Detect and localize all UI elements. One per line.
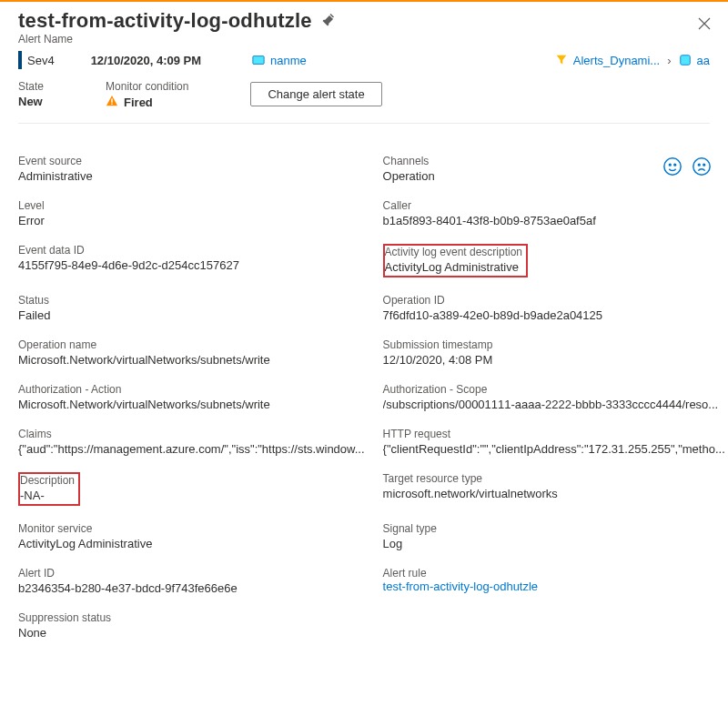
svg-point-10 bbox=[703, 164, 705, 166]
breadcrumb-resource[interactable]: aa bbox=[697, 54, 710, 67]
breadcrumb-rule[interactable]: Alerts_Dynami... bbox=[573, 54, 660, 67]
subscription-icon bbox=[252, 54, 265, 66]
field-http-request: HTTP request {"clientRequestId":"","clie… bbox=[383, 428, 728, 456]
state-row: State New Monitor condition Fired Change… bbox=[18, 80, 710, 123]
severity-badge: Sev4 bbox=[18, 51, 55, 69]
page-title: test-from-activity-log-odhutzle bbox=[18, 9, 312, 33]
monitor-condition-label: Monitor condition bbox=[106, 80, 188, 93]
svg-point-5 bbox=[664, 158, 681, 175]
field-signal-type: Signal type Log bbox=[383, 522, 728, 550]
filter-icon bbox=[555, 54, 568, 66]
field-submission-timestamp: Submission timestamp 12/10/2020, 4:08 PM bbox=[383, 338, 728, 367]
field-caller: Caller b1a5f893-8401-43f8-b0b9-8753ae0af… bbox=[383, 199, 728, 227]
divider bbox=[18, 123, 710, 124]
field-suppression-status: Suppression status None bbox=[18, 611, 383, 640]
feedback-row bbox=[662, 156, 712, 179]
state-value: New bbox=[18, 95, 44, 108]
field-operation-name: Operation name Microsoft.Network/virtual… bbox=[18, 338, 383, 367]
warning-icon bbox=[106, 95, 118, 110]
severity-label: Sev4 bbox=[27, 54, 55, 67]
header: test-from-activity-log-odhutzle Alert Na… bbox=[18, 2, 710, 45]
field-alert-id: Alert ID b2346354-b280-4e37-bdcd-9f743fe… bbox=[18, 567, 383, 595]
field-operation-id: Operation ID 7f6dfd10-a389-42e0-b89d-b9a… bbox=[383, 294, 728, 322]
field-status: Status Failed bbox=[18, 294, 383, 322]
pin-icon[interactable] bbox=[321, 13, 336, 30]
close-icon[interactable] bbox=[697, 16, 712, 31]
frown-icon[interactable] bbox=[692, 156, 712, 179]
alert-details-pane: test-from-activity-log-odhutzle Alert Na… bbox=[0, 0, 728, 716]
field-monitor-service: Monitor service ActivityLog Administrati… bbox=[18, 522, 383, 550]
field-activity-log-desc: Activity log event description ActivityL… bbox=[383, 244, 528, 277]
svg-rect-3 bbox=[111, 98, 112, 102]
page-subtitle: Alert Name bbox=[18, 33, 710, 45]
field-level: Level Error bbox=[18, 199, 383, 227]
smile-icon[interactable] bbox=[662, 156, 682, 179]
field-alert-rule: Alert rule test-from-activity-log-odhutz… bbox=[383, 567, 728, 595]
chevron-right-icon: › bbox=[667, 54, 671, 67]
svg-point-7 bbox=[674, 164, 676, 166]
svg-point-6 bbox=[669, 164, 671, 166]
breadcrumb-scope[interactable]: nanme bbox=[270, 54, 307, 67]
resource-icon bbox=[679, 54, 692, 66]
field-claims: Claims {"aud":"https://management.azure.… bbox=[18, 428, 383, 456]
field-description: Description -NA- bbox=[18, 472, 80, 506]
monitor-condition-value: Fired bbox=[124, 96, 153, 109]
field-auth-action: Authorization - Action Microsoft.Network… bbox=[18, 383, 383, 411]
field-event-data-id: Event data ID 4155f795-84e9-4d6e-9d2c-d2… bbox=[18, 244, 383, 277]
svg-rect-4 bbox=[111, 104, 112, 105]
field-target-resource-type: Target resource type microsoft.network/v… bbox=[383, 472, 728, 506]
details-grid: Event source Administrative Channels Ope… bbox=[18, 155, 710, 640]
svg-rect-0 bbox=[253, 56, 264, 65]
field-auth-scope: Authorization - Scope /subscriptions/000… bbox=[383, 383, 728, 411]
svg-rect-2 bbox=[680, 55, 690, 66]
change-alert-state-button[interactable]: Change alert state bbox=[250, 82, 381, 106]
alert-rule-link[interactable]: test-from-activity-log-odhutzle bbox=[383, 580, 539, 593]
empty-cell bbox=[383, 611, 728, 640]
breadcrumb: nanme Alerts_Dynami... › aa bbox=[252, 54, 710, 67]
svg-point-8 bbox=[693, 158, 710, 175]
summary-row: Sev4 12/10/2020, 4:09 PM nanme Alerts_Dy… bbox=[18, 51, 710, 69]
field-event-source: Event source Administrative bbox=[18, 155, 383, 183]
state-label: State bbox=[18, 80, 44, 93]
fired-timestamp: 12/10/2020, 4:09 PM bbox=[91, 54, 201, 67]
svg-point-9 bbox=[698, 164, 700, 166]
severity-bar-icon bbox=[18, 51, 22, 69]
